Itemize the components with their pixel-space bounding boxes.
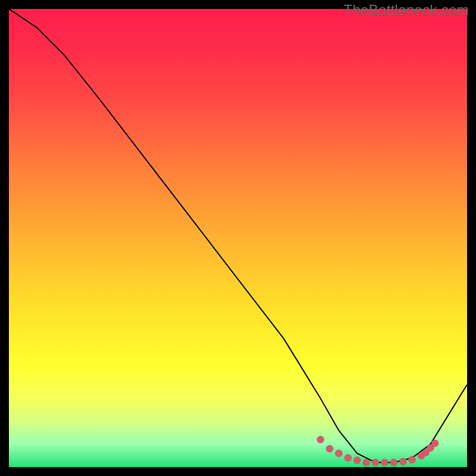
plot-background <box>9 9 467 467</box>
chart-stage: TheBottleneck.com <box>0 0 476 476</box>
watermark-text: TheBottleneck.com <box>343 2 469 18</box>
